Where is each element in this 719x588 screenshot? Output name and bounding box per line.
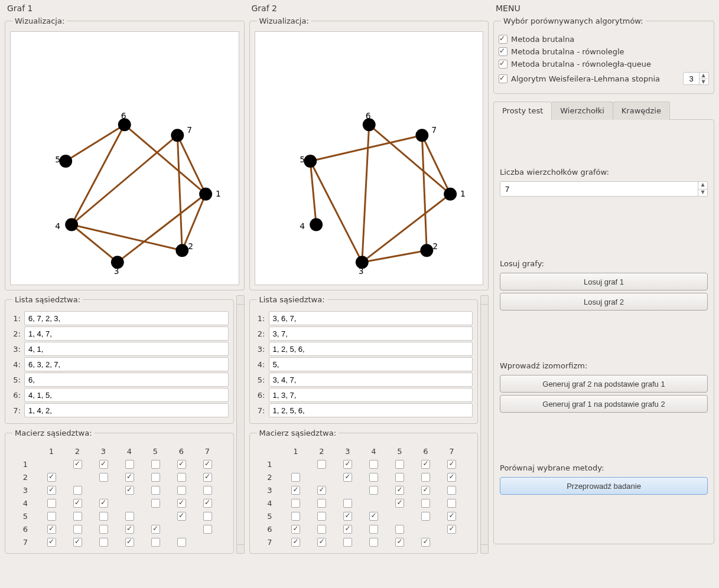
graf2-matrix-cell-4-5[interactable] — [395, 499, 404, 508]
graf2-matrix-cell-6-2[interactable] — [317, 525, 326, 534]
graf2-adj-input-7[interactable] — [269, 403, 473, 417]
graf1-matrix-cell-7-3[interactable] — [99, 538, 108, 547]
graf2-matrix-cell-3-4[interactable] — [369, 486, 378, 495]
graf1-matrix-cell-1-5[interactable] — [151, 460, 160, 469]
spin-up-icon[interactable]: ▲ — [698, 182, 707, 190]
graf1-matrix-cell-3-2[interactable] — [73, 486, 82, 495]
graf1-adj-input-7[interactable] — [24, 403, 229, 417]
graf2-matrix-cell-2-7[interactable] — [447, 473, 456, 482]
graf2-matrix-cell-5-7[interactable] — [447, 512, 456, 521]
graf1-matrix-cell-7-2[interactable] — [73, 538, 82, 547]
graf1-matrix-cell-1-3[interactable] — [99, 460, 108, 469]
graf1-matrix-cell-2-7[interactable] — [203, 473, 212, 482]
graf1-matrix-cell-5-2[interactable] — [73, 512, 82, 521]
graf2-matrix-cell-5-6[interactable] — [421, 512, 430, 521]
graf2-matrix-cell-2-5[interactable] — [395, 473, 404, 482]
graf2-matrix-cell-2-4[interactable] — [369, 473, 378, 482]
graf1-matrix-cell-7-5[interactable] — [151, 538, 160, 547]
graf1-matrix-cell-2-4[interactable] — [125, 473, 134, 482]
graf1-adj-input-2[interactable] — [24, 326, 229, 341]
graf1-matrix-cell-3-1[interactable] — [47, 486, 56, 495]
spin-down-icon[interactable]: ▼ — [698, 190, 707, 197]
run-button[interactable]: Przeprowadź badanie — [500, 477, 708, 495]
graf1-adj-input-3[interactable] — [24, 342, 229, 356]
algo-checkbox-0[interactable] — [499, 35, 507, 44]
graf2-matrix-cell-6-5[interactable] — [395, 525, 404, 534]
graf1-matrix-cell-7-4[interactable] — [125, 538, 134, 547]
vertices-spinner[interactable]: ▲▼ — [500, 181, 708, 197]
graf1-adj-input-5[interactable] — [24, 373, 229, 387]
graf1-matrix-cell-5-7[interactable] — [203, 512, 212, 521]
graf1-matrix-cell-1-2[interactable] — [73, 460, 82, 469]
graf1-matrix-cell-6-5[interactable] — [151, 525, 160, 534]
graf1-matrix-cell-6-2[interactable] — [73, 525, 82, 534]
graf2-scrollbar[interactable] — [480, 295, 489, 554]
graf1-matrix-cell-6-7[interactable] — [203, 525, 212, 534]
graf2-matrix-cell-5-1[interactable] — [291, 512, 300, 521]
graf2-matrix-cell-6-3[interactable] — [343, 525, 352, 534]
tab-1[interactable]: Wierzchołki — [551, 102, 613, 120]
graf1-adj-input-1[interactable] — [24, 311, 229, 325]
losuj-graf1-button[interactable]: Losuj graf 1 — [500, 273, 708, 290]
graf1-matrix-cell-3-4[interactable] — [125, 486, 134, 495]
algo-checkbox-1[interactable] — [499, 47, 507, 56]
graf2-matrix-cell-1-4[interactable] — [369, 460, 378, 469]
graf2-matrix-cell-5-4[interactable] — [369, 512, 378, 521]
graf2-matrix-cell-1-3[interactable] — [343, 460, 352, 469]
graf2-matrix-cell-5-3[interactable] — [343, 512, 352, 521]
algo-degree-spinner[interactable]: ▲▼ — [683, 72, 709, 85]
graf1-canvas[interactable]: 1234567 — [10, 31, 239, 285]
graf2-matrix-cell-7-4[interactable] — [369, 538, 378, 547]
graf1-matrix-cell-6-1[interactable] — [47, 525, 56, 534]
graf2-matrix-cell-7-3[interactable] — [343, 538, 352, 547]
spin-up-icon[interactable]: ▲ — [700, 73, 707, 79]
graf1-matrix-cell-5-3[interactable] — [99, 512, 108, 521]
graf2-matrix-cell-1-6[interactable] — [421, 460, 430, 469]
gen-graf2-button[interactable]: Generuj graf 2 na podstawie grafu 1 — [500, 375, 708, 393]
graf1-matrix-cell-2-1[interactable] — [47, 473, 56, 482]
tab-2[interactable]: Krawędzie — [613, 102, 670, 120]
graf1-matrix-cell-2-6[interactable] — [177, 473, 186, 482]
algo-degree-input[interactable] — [684, 73, 699, 84]
graf1-matrix-cell-5-6[interactable] — [177, 512, 186, 521]
graf1-matrix-cell-2-3[interactable] — [99, 473, 108, 482]
graf2-matrix-cell-7-2[interactable] — [317, 538, 326, 547]
graf1-matrix-cell-3-6[interactable] — [177, 486, 186, 495]
graf1-scrollbar[interactable] — [236, 295, 245, 554]
graf2-matrix-cell-1-7[interactable] — [447, 460, 456, 469]
graf2-matrix-cell-3-5[interactable] — [395, 486, 404, 495]
graf2-matrix-cell-4-3[interactable] — [343, 499, 352, 508]
graf1-matrix-cell-1-7[interactable] — [203, 460, 212, 469]
graf2-matrix-cell-3-1[interactable] — [291, 486, 300, 495]
algo-checkbox-2[interactable] — [499, 60, 507, 68]
graf2-matrix-cell-3-2[interactable] — [317, 486, 326, 495]
graf2-matrix-cell-4-1[interactable] — [291, 499, 300, 508]
graf2-matrix-cell-2-1[interactable] — [291, 473, 300, 482]
graf2-matrix-cell-3-7[interactable] — [447, 486, 456, 495]
graf2-matrix-cell-1-2[interactable] — [317, 460, 326, 469]
spin-down-icon[interactable]: ▼ — [700, 79, 707, 85]
graf1-matrix-cell-4-6[interactable] — [177, 499, 186, 508]
graf2-matrix-cell-5-2[interactable] — [317, 512, 326, 521]
vertices-input[interactable] — [500, 182, 698, 196]
graf1-matrix-cell-5-1[interactable] — [47, 512, 56, 521]
graf2-matrix-cell-6-1[interactable] — [291, 525, 300, 534]
algo-checkbox-3[interactable] — [499, 74, 507, 83]
tab-0[interactable]: Prosty test — [493, 102, 552, 120]
graf2-matrix-cell-7-6[interactable] — [421, 538, 430, 547]
graf1-matrix-cell-5-4[interactable] — [125, 512, 134, 521]
graf1-matrix-cell-6-3[interactable] — [99, 525, 108, 534]
graf2-matrix-cell-1-5[interactable] — [395, 460, 404, 469]
graf2-adj-input-2[interactable] — [269, 326, 473, 341]
graf1-adj-input-6[interactable] — [24, 388, 229, 402]
graf2-matrix-cell-4-2[interactable] — [317, 499, 326, 508]
graf2-adj-input-3[interactable] — [269, 342, 473, 356]
graf2-matrix-cell-6-7[interactable] — [447, 525, 456, 534]
graf2-adj-input-5[interactable] — [269, 373, 473, 387]
graf1-matrix-cell-6-4[interactable] — [125, 525, 134, 534]
graf1-adj-input-4[interactable] — [24, 357, 229, 371]
graf1-matrix-cell-4-1[interactable] — [47, 499, 56, 508]
graf1-matrix-cell-3-7[interactable] — [203, 486, 212, 495]
graf2-canvas[interactable]: 1234567 — [255, 31, 484, 285]
gen-graf1-button[interactable]: Generuj graf 1 na podstawie grafu 2 — [500, 395, 708, 413]
